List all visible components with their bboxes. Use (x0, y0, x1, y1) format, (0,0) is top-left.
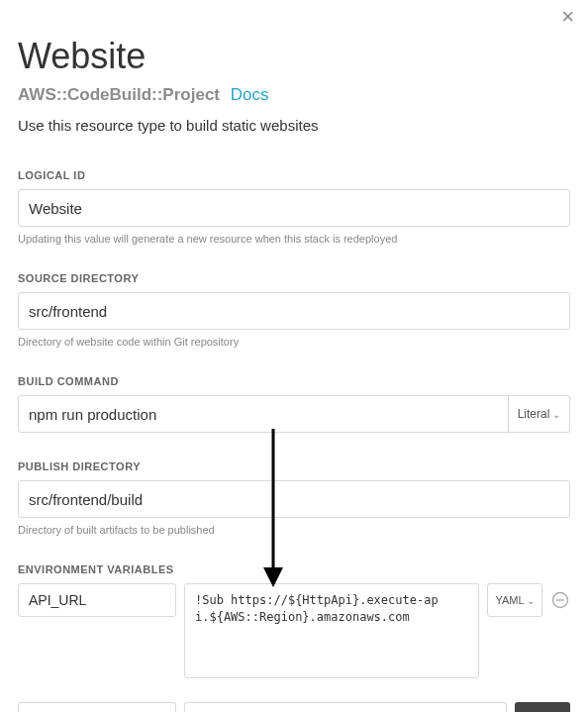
field-logical-id: LOGICAL ID Updating this value will gene… (18, 169, 570, 245)
docs-link[interactable]: Docs (231, 85, 269, 104)
field-label: LOGICAL ID (18, 169, 570, 181)
build-command-input[interactable] (18, 395, 509, 433)
env-var-key-input[interactable] (18, 702, 176, 712)
remove-icon (551, 591, 569, 609)
help-text: Updating this value will generate a new … (18, 233, 570, 245)
mode-label: Literal (518, 407, 550, 421)
resource-panel: Website AWS::CodeBuild::Project Docs Use… (0, 0, 588, 710)
page-title: Website (18, 36, 570, 77)
field-build-command: BUILD COMMAND Literal ⌄ (18, 375, 570, 433)
env-var-value-input[interactable] (184, 702, 507, 712)
help-text: Directory of website code within Git rep… (18, 336, 570, 348)
chevron-down-icon: ⌄ (527, 595, 535, 606)
field-label: ENVIRONMENT VARIABLES (18, 563, 570, 575)
close-icon[interactable]: × (561, 6, 574, 28)
field-publish-directory: PUBLISH DIRECTORY Directory of built art… (18, 460, 570, 536)
resource-meta: AWS::CodeBuild::Project Docs (18, 85, 570, 105)
source-directory-input[interactable] (18, 292, 570, 330)
resource-type: AWS::CodeBuild::Project (18, 85, 220, 104)
env-var-row-next (18, 702, 570, 712)
field-label: BUILD COMMAND (18, 375, 570, 387)
resource-description: Use this resource type to build static w… (18, 117, 570, 134)
field-environment-variables: ENVIRONMENT VARIABLES !Sub https://${Htt… (18, 563, 570, 678)
help-text: Directory of built artifacts to be publi… (18, 524, 570, 536)
env-var-mode-select[interactable]: YAML ⌄ (487, 583, 542, 617)
env-var-value-input[interactable]: !Sub https://${HttpApi}.execute-api.${AW… (184, 583, 479, 678)
mode-label: YAML (495, 594, 524, 606)
field-source-directory: SOURCE DIRECTORY Directory of website co… (18, 272, 570, 348)
env-var-row: !Sub https://${HttpApi}.execute-api.${AW… (18, 583, 570, 678)
build-command-mode-select[interactable]: Literal ⌄ (509, 395, 570, 433)
env-var-key-input[interactable] (18, 583, 176, 617)
chevron-down-icon: ⌄ (552, 409, 560, 420)
publish-directory-input[interactable] (18, 480, 570, 518)
remove-env-var-button[interactable] (550, 590, 570, 610)
logical-id-input[interactable] (18, 189, 570, 227)
env-var-action-button[interactable] (515, 702, 570, 712)
field-label: SOURCE DIRECTORY (18, 272, 570, 284)
field-label: PUBLISH DIRECTORY (18, 460, 570, 472)
